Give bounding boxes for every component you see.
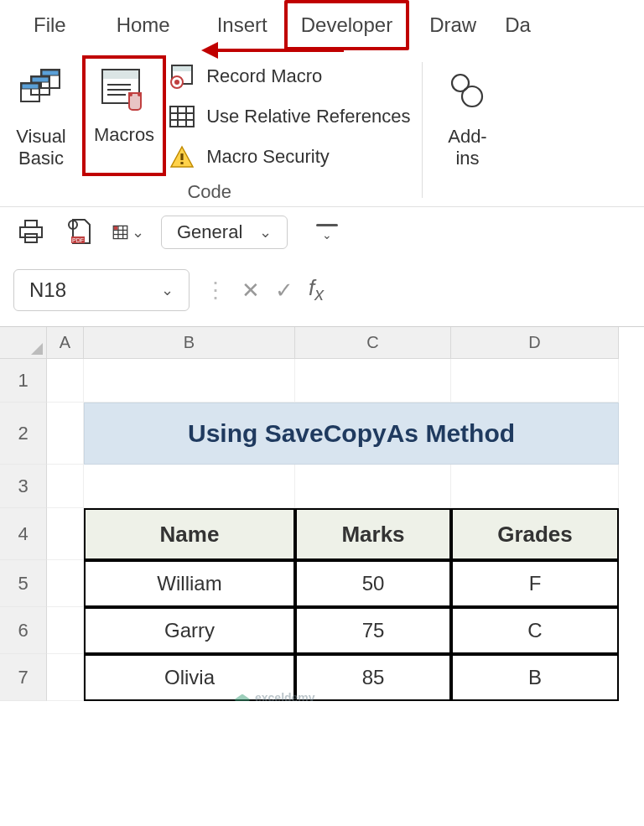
table-cell[interactable]: Garry	[84, 607, 295, 654]
col-header-a[interactable]: A	[47, 327, 84, 359]
tab-draw[interactable]: Draw	[409, 3, 496, 47]
cancel-formula-button[interactable]: ✕	[242, 278, 260, 304]
use-relative-references-icon	[168, 102, 196, 131]
row-header-1[interactable]: 1	[0, 359, 47, 403]
cell[interactable]	[47, 607, 84, 654]
table-cell[interactable]: C	[451, 607, 619, 654]
row-header-5[interactable]: 5	[0, 560, 47, 607]
tab-home[interactable]: Home	[91, 3, 195, 47]
col-header-b[interactable]: B	[84, 327, 295, 359]
insert-function-button[interactable]: fx	[309, 275, 324, 305]
chevron-down-icon: ⌄	[161, 281, 174, 299]
chevron-down-icon: ⌄	[132, 223, 144, 242]
macro-security-label: Macro Security	[206, 146, 330, 168]
svg-rect-25	[25, 221, 37, 227]
print-button[interactable]	[15, 216, 47, 248]
ribbon-tabs: File Home Insert Developer Draw Da	[0, 0, 644, 50]
table-header-marks[interactable]: Marks	[295, 508, 451, 560]
visual-basic-label-2: Basic	[18, 148, 64, 169]
svg-rect-3	[22, 84, 39, 89]
table-cell[interactable]: F	[451, 560, 619, 607]
svg-point-11	[129, 93, 132, 96]
addins-button[interactable]: Add- ins	[426, 57, 508, 203]
tab-file[interactable]: File	[0, 3, 91, 47]
svg-rect-14	[173, 66, 191, 71]
use-relative-references-button[interactable]: Use Relative References	[168, 102, 410, 131]
tab-developer[interactable]: Developer	[284, 0, 409, 50]
table-cell[interactable]: 85	[295, 654, 451, 701]
visual-basic-label-1: Visual	[16, 126, 66, 148]
accept-formula-button[interactable]: ✓	[275, 278, 293, 304]
cell[interactable]	[84, 359, 295, 403]
svg-rect-23	[181, 162, 184, 164]
svg-rect-5	[42, 70, 59, 75]
table-cell[interactable]: 75	[295, 607, 451, 654]
addins-icon	[438, 62, 496, 121]
table-format-button[interactable]: ⌄	[112, 216, 144, 248]
cell[interactable]	[451, 359, 619, 403]
cell[interactable]	[47, 654, 84, 701]
cell[interactable]	[47, 403, 84, 465]
cell[interactable]	[295, 359, 451, 403]
cell[interactable]	[84, 465, 295, 508]
addins-label-2: ins	[455, 148, 479, 169]
cell[interactable]	[47, 508, 84, 560]
row-header-2[interactable]: 2	[0, 403, 47, 465]
macro-security-button[interactable]: Macro Security	[168, 143, 410, 171]
separator-icon: ⋮	[205, 278, 226, 304]
name-box-value: N18	[29, 278, 66, 302]
use-relative-references-label: Use Relative References	[206, 106, 410, 127]
cell[interactable]	[47, 465, 84, 508]
number-format-dropdown[interactable]: General ⌄	[161, 216, 288, 249]
annotation-macros-highlight: Macros	[82, 55, 166, 176]
chevron-down-icon: ⌄	[259, 223, 272, 242]
visual-basic-button[interactable]: Visual Basic	[0, 57, 82, 176]
quick-access-toolbar: PDF ⌄ General ⌄ ⌄	[0, 207, 644, 266]
cell[interactable]	[47, 560, 84, 607]
cell[interactable]	[451, 465, 619, 508]
svg-rect-35	[114, 226, 117, 230]
col-header-c[interactable]: C	[295, 327, 451, 359]
macro-security-icon	[168, 143, 196, 171]
svg-rect-7	[103, 70, 138, 79]
code-group-label: Code	[187, 181, 231, 203]
ribbon-developer: Visual Basic	[0, 50, 644, 207]
table-cell[interactable]: Olivia	[84, 654, 295, 701]
macros-label: Macros	[94, 124, 154, 146]
svg-text:PDF: PDF	[72, 237, 84, 243]
formula-bar: N18 ⌄ ⋮ ✕ ✓ fx	[0, 266, 644, 326]
svg-point-12	[138, 93, 141, 96]
cell[interactable]	[295, 465, 451, 508]
ribbon-divider	[422, 62, 423, 198]
record-macro-label: Record Macro	[206, 65, 322, 87]
spreadsheet-grid[interactable]: A B C D 1 2 Using SaveCopyAs Method 3 4 …	[0, 326, 644, 701]
record-macro-button[interactable]: Record Macro	[168, 62, 410, 91]
record-macro-icon	[168, 62, 196, 91]
svg-rect-17	[170, 106, 194, 127]
row-header-4[interactable]: 4	[0, 508, 47, 560]
macros-icon	[95, 60, 153, 119]
cell[interactable]	[47, 359, 84, 403]
table-header-name[interactable]: Name	[84, 508, 295, 560]
svg-rect-24	[20, 227, 42, 237]
visual-basic-icon	[12, 62, 70, 121]
tab-data[interactable]: Da	[496, 3, 546, 47]
macros-button[interactable]: Macros	[89, 60, 159, 146]
table-cell[interactable]: 50	[295, 560, 451, 607]
sheet-title-cell[interactable]: Using SaveCopyAs Method	[84, 403, 619, 465]
table-header-grades[interactable]: Grades	[451, 508, 619, 560]
row-header-7[interactable]: 7	[0, 654, 47, 701]
row-header-6[interactable]: 6	[0, 607, 47, 654]
row-header-3[interactable]: 3	[0, 465, 47, 508]
svg-rect-4	[32, 77, 49, 82]
select-all-corner[interactable]	[0, 327, 47, 359]
export-pdf-button[interactable]: PDF	[64, 216, 96, 248]
table-cell[interactable]: William	[84, 560, 295, 607]
col-header-d[interactable]: D	[451, 327, 619, 359]
toolbar-overflow-button[interactable]: ⌄	[316, 224, 338, 242]
svg-rect-22	[181, 153, 184, 160]
tab-insert[interactable]: Insert	[195, 3, 284, 47]
svg-point-16	[174, 80, 179, 85]
name-box[interactable]: N18 ⌄	[13, 269, 190, 311]
table-cell[interactable]: B	[451, 654, 619, 701]
